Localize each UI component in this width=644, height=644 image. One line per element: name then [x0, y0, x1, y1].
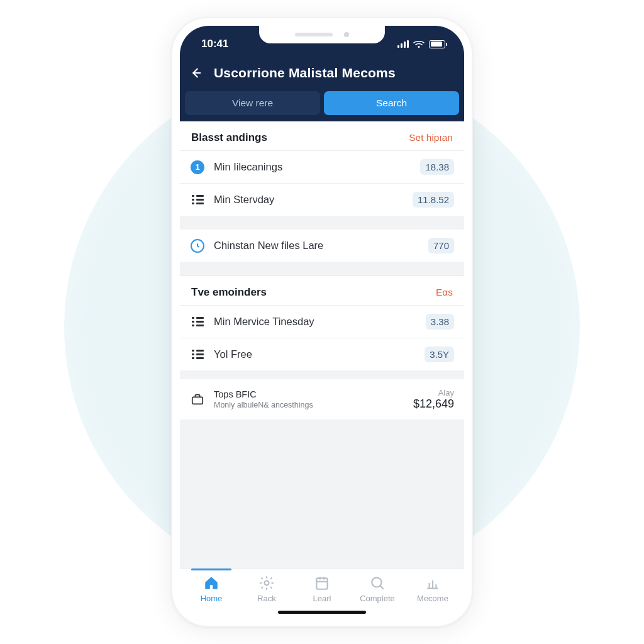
- row-label: Min Sterνday: [214, 194, 404, 206]
- briefcase-icon: [190, 392, 205, 406]
- section2-action[interactable]: Eαs: [436, 287, 453, 298]
- row-value: 3.5Y: [425, 347, 454, 362]
- svg-rect-1: [192, 397, 203, 404]
- nav-label: Learl: [313, 594, 331, 603]
- bottom-nav: Home Rack Learl Complete: [180, 568, 464, 606]
- tab-search[interactable]: Search: [324, 91, 459, 115]
- nav-mecome[interactable]: Mecome: [405, 575, 460, 603]
- nav-label: Complete: [360, 594, 395, 603]
- row-value: 11.8.52: [413, 192, 454, 208]
- summary-row[interactable]: Tops BFIC Monly albuleN& ancesthings Ala…: [180, 379, 464, 419]
- summary-amount: $12,649: [413, 397, 454, 411]
- row-value: 3.38: [426, 314, 454, 330]
- cellular-icon: [397, 40, 409, 48]
- summary-card: Tops BFIC Monly albuleN& ancesthings Ala…: [180, 379, 464, 419]
- search-icon: [369, 575, 386, 591]
- nav-complete[interactable]: Complete: [350, 575, 405, 603]
- summary-note: Alay: [413, 388, 454, 397]
- nav-label: Home: [201, 594, 223, 603]
- section2-list: Min Mervice Tinesday 3.38 Yol Free 3.5Y: [180, 306, 464, 370]
- status-indicators: [397, 40, 445, 48]
- list-item[interactable]: Yol Free 3.5Y: [180, 338, 464, 370]
- nav-home[interactable]: Home: [184, 575, 239, 603]
- home-icon: [203, 575, 219, 591]
- row-label: Yol Free: [214, 348, 416, 360]
- list-item[interactable]: 1 Min Iilecanings 18.38: [180, 151, 464, 184]
- nav-rack[interactable]: Rack: [239, 575, 294, 603]
- screen: 10:41 Uscorrione Malistal Mecoms View re…: [180, 26, 464, 618]
- calendar-icon: [314, 575, 330, 591]
- page-title: Uscorrione Malistal Mecoms: [214, 65, 396, 80]
- clock-check-icon: [190, 238, 205, 253]
- list-icon: [190, 192, 205, 208]
- summary-subtitle: Monly albuleN& ancesthings: [214, 399, 404, 409]
- segmented-control: View rere Search: [180, 91, 464, 115]
- svg-point-2: [265, 581, 269, 586]
- row-label: Chinstan New files Lare: [214, 240, 419, 252]
- svg-point-4: [372, 577, 381, 587]
- list-icon: [190, 314, 205, 330]
- section2-title: Tve emoinders: [191, 286, 267, 299]
- spacer: [180, 216, 464, 230]
- notch: [259, 26, 385, 43]
- nav-label: Mecome: [417, 594, 448, 603]
- home-indicator[interactable]: [180, 606, 464, 618]
- gear-icon: [258, 575, 275, 591]
- nav-learl[interactable]: Learl: [294, 575, 350, 603]
- nav-label: Rack: [257, 594, 276, 603]
- svg-point-0: [418, 45, 419, 47]
- section1-header: Blasst andings Set hipıan: [180, 121, 464, 151]
- section1-info: Chinstan New files Lare 770: [180, 230, 464, 262]
- row-value: 18.38: [420, 159, 454, 175]
- list-item[interactable]: Min Sterνday 11.8.52: [180, 184, 464, 216]
- list-item[interactable]: Min Mervice Tinesday 3.38: [180, 306, 464, 338]
- list-item[interactable]: Chinstan New files Lare 770: [180, 230, 464, 262]
- status-time: 10:41: [201, 38, 228, 50]
- battery-icon: [429, 40, 445, 48]
- section1-title: Blasst andings: [191, 131, 267, 144]
- tab-view[interactable]: View rere: [185, 91, 320, 115]
- chart-icon: [425, 575, 441, 591]
- section1-list: 1 Min Iilecanings 18.38 Min Sterνday 11.…: [180, 151, 464, 216]
- phone-frame: 10:41 Uscorrione Malistal Mecoms View re…: [171, 17, 473, 627]
- spacer: [180, 370, 464, 379]
- back-button[interactable]: [186, 64, 205, 82]
- summary-title: Tops BFIC: [214, 389, 404, 399]
- wifi-icon: [413, 40, 425, 48]
- spacer: [180, 262, 464, 275]
- number-badge-icon: 1: [190, 160, 205, 175]
- row-label: Min Mervice Tinesday: [214, 316, 417, 328]
- row-label: Min Iilecanings: [214, 161, 411, 173]
- section1-action[interactable]: Set hipıan: [409, 132, 453, 143]
- svg-rect-3: [316, 578, 327, 589]
- row-value: 770: [428, 238, 454, 253]
- content-area: Blasst andings Set hipıan 1 Min Iilecani…: [180, 121, 464, 568]
- section2-header: Tve emoinders Eαs: [180, 275, 464, 306]
- list-icon: [190, 347, 205, 362]
